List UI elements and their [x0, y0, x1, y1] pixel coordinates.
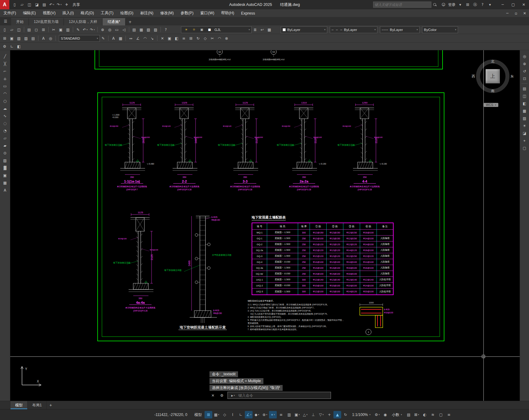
tool-palettes-icon[interactable]: ▧	[145, 26, 152, 33]
image-attach-icon[interactable]: ▨	[23, 35, 29, 42]
scale-icon[interactable]: ◇	[202, 35, 209, 42]
lineweight-display-icon[interactable]: ≡	[277, 411, 285, 418]
zoom-previous-icon[interactable]: ◁	[121, 26, 127, 33]
drawing-area[interactable]: S2沿墙倒圆6M钢筋绑扎VGZS3沿墙倒圆6M钢筋绑扎VGZ1125293535…	[10, 50, 520, 401]
layer-walk-icon[interactable]: ▤	[521, 85, 528, 92]
sheet-set-icon[interactable]: ▨	[152, 26, 159, 33]
command-window[interactable]: 命令: _textedit当前设置: 编辑模式 = Multiple选择注释对象…	[209, 371, 331, 399]
annotation-visibility-icon[interactable]: ▲	[333, 411, 341, 418]
polar-tracking-icon[interactable]: ∠▾	[245, 411, 253, 418]
file-tab-结通施*[interactable]: 结通施*	[103, 18, 126, 25]
graphics-performance-icon[interactable]: ≋	[429, 411, 437, 418]
search-icon[interactable]	[433, 3, 437, 7]
make-block-icon[interactable]: ▰	[1, 142, 9, 149]
new-tab-button[interactable]: +	[127, 19, 134, 25]
layer-on-icon[interactable]: ☀	[183, 26, 190, 33]
annotation-monitor-icon[interactable]: ◉	[381, 411, 389, 418]
text-style-caret-icon[interactable]: ▾	[97, 37, 98, 40]
selection-filter-icon-caret[interactable]: ▾	[323, 413, 324, 416]
lock-ui-icon-caret[interactable]: ▾	[418, 413, 419, 416]
zoom-extents-icon[interactable]: ⊡	[521, 75, 528, 82]
compass-south[interactable]: 南	[491, 89, 495, 93]
compass-north[interactable]: 北	[491, 59, 495, 64]
save-icon[interactable]: ◫	[26, 1, 33, 8]
point-icon[interactable]: ⊙	[1, 149, 9, 157]
new-layout-button[interactable]: +	[47, 401, 55, 409]
cut-icon[interactable]: ✂	[50, 26, 57, 33]
array-icon[interactable]: ⊞	[187, 35, 194, 42]
named-views-icon[interactable]: ◫	[521, 92, 528, 99]
new-drawing-icon[interactable]: ▯	[11, 1, 18, 8]
lineweight-caret-icon[interactable]: ▾	[417, 29, 418, 31]
plot-style-control[interactable]: ByColor ▾	[422, 26, 458, 33]
match-properties-icon[interactable]: ✎	[75, 26, 82, 33]
designcenter-icon[interactable]: ▦	[138, 26, 145, 33]
ellipse-arc-icon[interactable]: ◔	[1, 127, 9, 134]
isodraft-icon-caret[interactable]: ▾	[258, 413, 259, 416]
open-drawing-icon[interactable]: ▱	[19, 1, 25, 8]
isolate-objects-icon[interactable]: ◐	[421, 411, 429, 418]
menu-item-编辑(E)[interactable]: 编辑(E)	[20, 9, 39, 17]
customize-icon[interactable]: ≡	[445, 411, 453, 418]
ucs-toolbar-icon[interactable]: ∟	[8, 43, 15, 50]
line-icon[interactable]: ╱	[1, 53, 9, 60]
viewcube-top[interactable]: 上	[486, 69, 500, 83]
object-snap-tracking-icon-caret[interactable]: ▾	[266, 413, 267, 416]
zoom-window-icon[interactable]: ▭	[113, 26, 120, 33]
layer-freeze-icon[interactable]: ☼	[191, 26, 197, 33]
insert-block-icon[interactable]: ▱	[1, 135, 9, 142]
view-compass[interactable]: 北 南 东 西 上	[476, 60, 509, 93]
dynamic-ucs-icon[interactable]: ⊥	[309, 411, 317, 418]
grid-icon[interactable]: ⊞	[205, 411, 212, 418]
publish-icon[interactable]: ⊞	[40, 26, 47, 33]
plot-preview-icon[interactable]: ◻	[33, 26, 40, 33]
doc-close-button[interactable]: ✕	[520, 9, 529, 17]
ortho-icon[interactable]: ∟	[237, 411, 245, 418]
dim-linear-icon[interactable]: ↔	[127, 35, 134, 42]
command-input[interactable]	[238, 393, 329, 398]
annotation-scale-button[interactable]: 1:1/100% ▾	[349, 411, 373, 419]
block-editor-icon[interactable]: ▣	[8, 35, 15, 42]
copy-object-icon[interactable]: ▣	[166, 35, 173, 42]
menu-item-Express[interactable]: Express	[238, 9, 258, 17]
share-icon[interactable]: ✈	[63, 1, 70, 8]
command-input-box[interactable]: ▸▾	[227, 392, 331, 399]
linetype-caret-icon[interactable]: ▾	[374, 29, 376, 31]
mirror-icon[interactable]: ◧	[173, 35, 180, 42]
menu-item-文件(F)[interactable]: 文件(F)	[0, 9, 20, 17]
trim-icon[interactable]: ✂	[209, 35, 216, 42]
properties-icon[interactable]: ▤	[131, 26, 138, 33]
plot-style-caret-icon[interactable]: ▾	[455, 29, 456, 31]
compass-east[interactable]: 东	[510, 74, 514, 79]
redo-icon[interactable]: ↷▾	[89, 26, 96, 33]
construction-line-icon[interactable]: ╳	[1, 60, 9, 67]
maximize-button[interactable]: ▢	[508, 0, 518, 9]
isodraft-icon[interactable]: ◆▾	[253, 411, 261, 418]
undo-icon[interactable]: ↶▾	[48, 1, 55, 8]
save-as-icon[interactable]: ◪	[33, 1, 40, 8]
minimize-button[interactable]: ─	[497, 0, 508, 9]
layer-control[interactable]: ☀☼▣■ GJL ▾	[181, 26, 252, 33]
quick-properties-icon[interactable]: ▤	[405, 411, 412, 418]
redo-icon-caret[interactable]: ▾	[60, 3, 62, 6]
erase-icon[interactable]: ✕	[159, 35, 166, 42]
rotate-icon[interactable]: ↻	[195, 35, 201, 42]
measure-icon[interactable]: ⌖	[521, 137, 528, 144]
save-icon[interactable]: ◫	[15, 26, 22, 33]
infer-constraints-icon[interactable]: ◇	[221, 411, 228, 418]
workspace-switch-icon[interactable]: ⚙▾	[373, 411, 381, 418]
app-menu-button[interactable]: A	[0, 0, 9, 9]
orbit-icon[interactable]: ↺	[521, 68, 528, 75]
insert-block-icon[interactable]: ⊞	[1, 35, 8, 42]
menu-item-插入(I)[interactable]: 插入(I)	[59, 9, 77, 17]
dynamic-input-icon[interactable]: I	[229, 411, 236, 418]
circle-icon[interactable]: ○	[1, 97, 9, 104]
layer-caret-icon[interactable]: ▾	[249, 29, 250, 31]
field-icon[interactable]: ▤	[30, 35, 37, 42]
object-snap-3d-icon-caret[interactable]: ▾	[306, 413, 308, 416]
text-style-control[interactable]: STANDARD ▾	[59, 35, 100, 42]
explode-icon[interactable]: ⊗	[223, 35, 230, 42]
menu-browser-icon[interactable]: ☰	[2, 18, 9, 25]
transparency-icon[interactable]: ▥	[285, 411, 293, 418]
layer-lock-icon[interactable]: ▣	[198, 26, 205, 33]
